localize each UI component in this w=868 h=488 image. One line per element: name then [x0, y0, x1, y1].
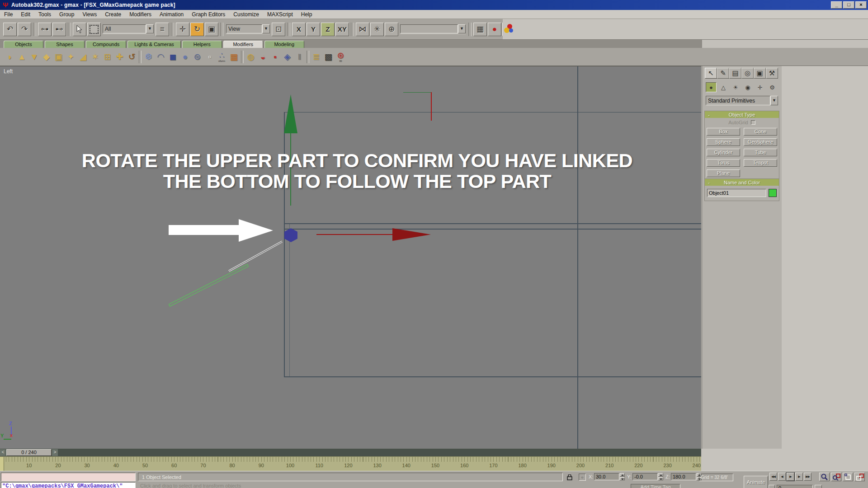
reference-coordinate-dropdown[interactable]: View▼	[226, 24, 270, 34]
collapse-icon[interactable]: -	[705, 180, 713, 185]
create-tab[interactable]: ↖	[705, 68, 717, 79]
maxscript-mini-listener-macro[interactable]	[1, 473, 136, 481]
maxscript-mini-listener-output[interactable]: "C:\gmax\gamepacks\FSX_GMaxGamepack\"	[1, 482, 136, 488]
menu-customize[interactable]: Customize	[229, 10, 263, 19]
modifier-icon-5[interactable]: ▣	[52, 51, 65, 63]
motion-tab[interactable]: ◎	[741, 68, 754, 79]
modifier-icon-2[interactable]: ▲	[16, 51, 28, 63]
restrict-x-button[interactable]: X	[292, 23, 306, 36]
track-bar[interactable]: 1020304050607080901001101201301401501601…	[0, 456, 701, 471]
menu-animation[interactable]: Animation	[156, 10, 188, 19]
use-pivot-point-icon[interactable]: ⊡	[272, 23, 285, 36]
chevron-down-icon[interactable]: ▼	[458, 24, 466, 33]
x-coordinate-field[interactable]: 30.0	[594, 473, 619, 480]
modifier-icon-1[interactable]: ◗	[4, 51, 16, 63]
previous-frame-button[interactable]: ◀	[778, 473, 786, 481]
collapse-icon[interactable]: -	[705, 112, 713, 117]
track-view-icon[interactable]: ▦	[473, 23, 487, 36]
go-to-start-button[interactable]: ◀◀	[769, 473, 777, 481]
object-name-field[interactable]: Object01	[707, 189, 766, 197]
lights-category-icon[interactable]: ☀	[730, 82, 741, 92]
modifier-icon-4[interactable]: ◆	[40, 51, 52, 63]
menu-modifiers[interactable]: Modifiers	[125, 10, 156, 19]
track-bar-grip[interactable]	[0, 457, 4, 471]
hierarchy-tab[interactable]: ▤	[729, 68, 741, 79]
modifier-icon-12[interactable]: ❆	[142, 51, 155, 63]
modifier-icon-7[interactable]: ◢	[77, 51, 89, 63]
helpers-category-icon[interactable]: ✛	[755, 82, 765, 92]
box-button[interactable]: Box	[707, 128, 740, 136]
tab-modeling[interactable]: Modeling	[264, 41, 304, 48]
modifier-icon-8[interactable]: ✶	[89, 51, 101, 63]
tab-objects[interactable]: Objects	[4, 41, 43, 48]
current-frame-field[interactable]: 0	[777, 485, 813, 488]
modifier-icon-6[interactable]: ✦	[65, 51, 77, 63]
add-time-tag[interactable]: Add Time Tag	[631, 484, 680, 488]
modifier-icon-21[interactable]: ◒	[257, 51, 269, 63]
viewport-label[interactable]: Left	[4, 68, 13, 75]
menu-create[interactable]: Create	[101, 10, 125, 19]
modifier-icon-10[interactable]: ✚	[113, 51, 126, 63]
select-object-icon[interactable]	[73, 23, 86, 36]
modifier-icon-18[interactable]: ∴xform	[216, 51, 228, 63]
zoom-all-icon[interactable]	[831, 473, 841, 481]
maximize-button[interactable]: □	[843, 1, 854, 9]
shapes-category-icon[interactable]: △	[718, 82, 729, 92]
modifier-icon-13[interactable]: ◠	[155, 51, 167, 63]
array-icon[interactable]: ✳	[370, 23, 384, 36]
modifier-icon-14[interactable]: ◼	[167, 51, 179, 63]
next-frame-arrow[interactable]: >	[52, 449, 58, 456]
select-by-name-icon[interactable]: ≡	[156, 23, 169, 36]
modifier-icon-23[interactable]: ◈	[281, 51, 293, 63]
torus-button[interactable]: Torus	[707, 159, 740, 167]
modifier-icon-16[interactable]: ⊜	[191, 51, 203, 63]
sphere-button[interactable]: Sphere	[707, 138, 740, 146]
modifier-icon-19[interactable]: ▦	[228, 51, 240, 63]
select-and-move-icon[interactable]: ✛	[176, 23, 189, 36]
restrict-xy-plane-button[interactable]: XY	[335, 23, 349, 36]
chevron-down-icon[interactable]: ▼	[262, 24, 270, 33]
select-and-link-icon[interactable]: ⊶	[38, 23, 52, 36]
modifier-icon-27[interactable]: ⊛ID	[335, 51, 347, 63]
cameras-category-icon[interactable]: ◉	[742, 82, 753, 92]
play-button[interactable]: ▶	[787, 473, 794, 481]
title-bar[interactable]: Ψ Autobak302.gmax - gmax - [FSX_GMaxGame…	[0, 0, 868, 10]
rectangular-selection-region-icon[interactable]	[87, 23, 101, 36]
select-and-rotate-icon[interactable]: ↻	[190, 23, 204, 36]
menu-help[interactable]: Help	[297, 10, 316, 19]
tube-button[interactable]: Tube	[744, 149, 777, 156]
modifier-icon-22[interactable]: ▪	[269, 51, 281, 63]
menu-group[interactable]: Group	[55, 10, 78, 19]
selection-lock-icon[interactable]	[566, 474, 573, 481]
menu-views[interactable]: Views	[78, 10, 101, 19]
utilities-tab[interactable]: ⚒	[766, 68, 778, 79]
y-spinner[interactable]	[658, 473, 663, 480]
go-to-end-button[interactable]: ▶▶	[804, 473, 811, 481]
z-coordinate-field[interactable]: 180.0	[671, 473, 696, 480]
mirror-icon[interactable]: ⋈	[356, 23, 369, 36]
bone-lower-green-outline[interactable]	[169, 264, 249, 306]
material-editor-icon[interactable]: ●	[488, 23, 501, 36]
close-button[interactable]: ×	[855, 1, 867, 9]
time-configuration-icon[interactable]	[815, 485, 822, 488]
tab-helpers[interactable]: Helpers	[182, 41, 222, 48]
zoom-extents-icon[interactable]	[843, 473, 853, 481]
menu-maxscript[interactable]: MAXScript	[263, 10, 297, 19]
selection-filter-dropdown[interactable]: All▼	[103, 24, 154, 34]
select-and-scale-icon[interactable]: ▣	[205, 23, 218, 36]
menu-tools[interactable]: Tools	[34, 10, 55, 19]
teapot-button[interactable]: Teapot	[744, 159, 777, 167]
menu-graph-editors[interactable]: Graph Editors	[188, 10, 229, 19]
undo-icon[interactable]: ↶	[3, 23, 17, 36]
left-viewport[interactable]: Left ROTATE THE UPPER PART TO CONFIRM YO…	[0, 66, 701, 449]
modifier-icon-20[interactable]: ◍	[245, 51, 257, 63]
menu-edit[interactable]: Edit	[17, 10, 34, 19]
restrict-y-button[interactable]: Y	[307, 23, 320, 36]
bone-root-hexagon[interactable]	[284, 228, 297, 242]
modifier-icon-15[interactable]: ●	[179, 51, 191, 63]
next-frame-button[interactable]: ▶	[795, 473, 803, 481]
animate-button[interactable]: Animate	[744, 476, 768, 488]
redo-icon[interactable]: ↷	[18, 23, 31, 36]
modify-tab[interactable]: ✎	[717, 68, 729, 79]
cone-button[interactable]: Cone	[744, 128, 777, 136]
